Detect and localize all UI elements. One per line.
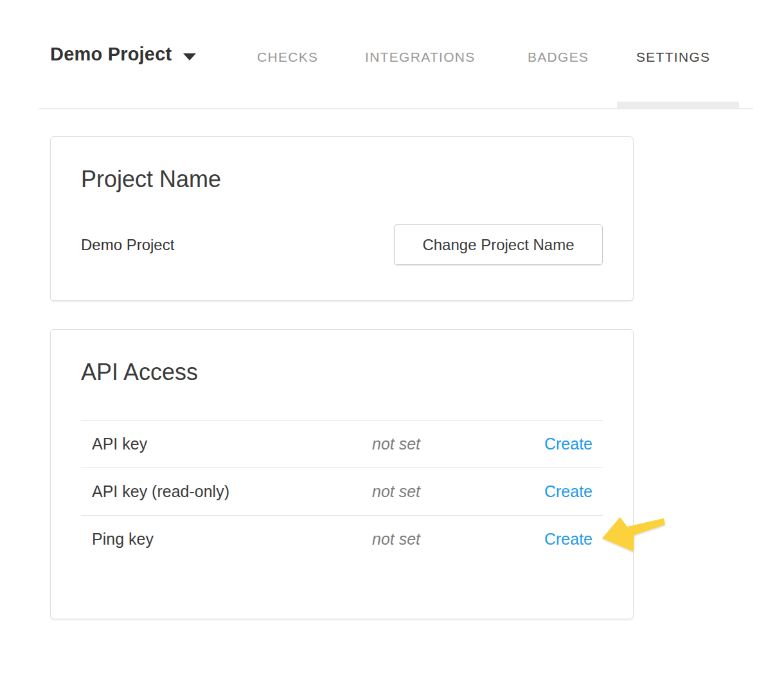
project-switcher-label: Demo Project	[50, 44, 172, 64]
create-api-key-link[interactable]: Create	[544, 435, 603, 453]
tab-settings[interactable]: SETTINGS	[636, 50, 710, 65]
api-key-readonly-value: not set	[372, 482, 544, 501]
create-api-key-readonly-link[interactable]: Create	[544, 482, 603, 501]
table-row-ping-key: Ping key not set Create	[81, 515, 603, 563]
project-name-card: Project Name Demo Project Change Project…	[50, 136, 634, 301]
tab-integrations[interactable]: INTEGRATIONS	[365, 50, 476, 65]
tab-checks[interactable]: CHECKS	[257, 50, 318, 65]
api-access-card-title: API Access	[81, 358, 603, 386]
project-name-card-title: Project Name	[81, 165, 603, 194]
caret-down-icon	[183, 53, 196, 60]
project-switcher-dropdown[interactable]: Demo Project	[50, 44, 196, 65]
change-project-name-button[interactable]: Change Project Name	[394, 224, 603, 265]
tab-badges[interactable]: BADGES	[528, 50, 589, 65]
create-ping-key-link[interactable]: Create	[544, 530, 603, 549]
table-row-api-key-readonly: API key (read-only) not set Create	[81, 468, 603, 515]
project-settings-page: Demo Project CHECKS INTEGRATIONS BADGES …	[0, 0, 784, 681]
table-row-api-key: API key not set Create	[81, 420, 603, 468]
api-key-label: API key	[81, 435, 372, 453]
api-access-card: API Access API key not set Create API ke…	[50, 329, 634, 619]
ping-key-label: Ping key	[81, 530, 372, 549]
current-project-name: Demo Project	[81, 236, 174, 254]
project-name-row: Demo Project Change Project Name	[81, 224, 603, 265]
api-access-table: API key not set Create API key (read-onl…	[81, 420, 603, 563]
annotation-arrow-left-icon	[598, 511, 668, 556]
api-key-readonly-label: API key (read-only)	[81, 482, 372, 501]
ping-key-value: not set	[372, 530, 544, 549]
api-key-value: not set	[372, 435, 544, 453]
nav-divider	[39, 108, 753, 109]
